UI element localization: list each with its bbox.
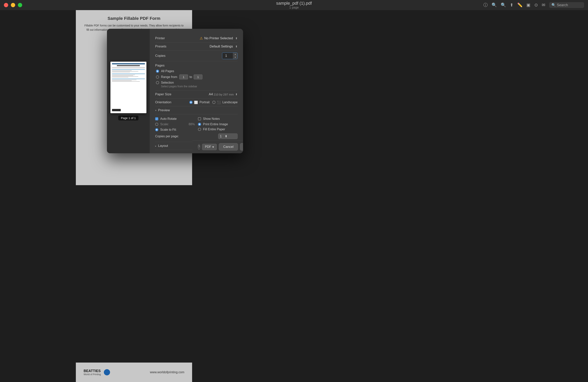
pdf-title: Sample Fillable PDF Form	[84, 16, 184, 21]
portrait-icon: ⬜	[194, 101, 198, 104]
cancel-button[interactable]: Cancel	[219, 143, 238, 150]
orientation-row: Orientation ⬜ Portrait ⬛ Landscape	[155, 98, 238, 106]
sidebar-icon[interactable]: ▣	[526, 2, 530, 8]
preview-panel: Page 1 of 1	[107, 29, 150, 153]
scale-row: Scale: 88%	[155, 123, 195, 126]
preview-chevron-icon	[155, 109, 157, 112]
range-radio[interactable]	[156, 75, 159, 79]
print-button[interactable]: Print	[240, 143, 243, 150]
printer-row: Printer ⚠ No Printer Selected ⬍	[155, 34, 238, 42]
scale-value: 88%	[189, 123, 195, 126]
selection-radio[interactable]	[156, 81, 159, 84]
paper-size-chevron-icon: ⬍	[235, 93, 238, 96]
show-notes-row[interactable]: Show Notes	[198, 117, 238, 121]
copies-stepper[interactable]: ▲ ▼	[233, 53, 237, 59]
window-title: sample_pdf (1).pdf 1 page	[276, 1, 312, 9]
more-icon[interactable]: ✉	[542, 2, 545, 8]
company-sub: World of Printing	[84, 373, 101, 376]
copies-row: Copies ▲ ▼	[155, 51, 238, 61]
scale-label: Scale:	[160, 123, 169, 126]
controls-panel: Printer ⚠ No Printer Selected ⬍ Presets …	[150, 29, 243, 153]
landscape-radio[interactable]	[212, 101, 215, 104]
all-pages-option[interactable]: All Pages	[156, 69, 238, 73]
fill-entire-paper-radio[interactable]	[198, 128, 201, 131]
orientation-label: Orientation	[155, 100, 171, 104]
portrait-label: Portrait	[200, 101, 210, 104]
maximize-button[interactable]	[18, 3, 22, 7]
range-inputs: to	[179, 74, 202, 79]
printer-value: No Printer Selected	[204, 36, 233, 40]
paper-size-label: Paper Size	[155, 92, 171, 96]
redact-icon[interactable]: ⊙	[534, 2, 538, 8]
auto-rotate-checkbox[interactable]	[155, 117, 158, 120]
auto-rotate-row[interactable]: Auto Rotate	[155, 117, 195, 121]
company-url: www.worldofprinting.com	[150, 371, 184, 374]
range-label: Range from	[161, 75, 177, 79]
print-dialog: Page 1 of 1 Printer ⚠ No Printer Selecte…	[107, 29, 243, 153]
orientation-options: ⬜ Portrait ⬛ Landscape	[189, 101, 238, 104]
scale-to-fit-label: Scale to Fit:	[160, 128, 177, 131]
presets-value-wrap[interactable]: Default Settings ⬍	[210, 44, 238, 48]
range-option[interactable]: Range from to	[156, 74, 238, 79]
copies-per-page-dropdown[interactable]: 1 ⬍	[218, 133, 238, 139]
print-entire-image-row[interactable]: Print Entire Image	[198, 123, 238, 126]
copies-decrement-button[interactable]: ▼	[233, 56, 237, 59]
share-icon[interactable]: ⬆	[510, 2, 513, 8]
search-icon: 🔍	[551, 3, 556, 7]
portrait-radio[interactable]	[189, 101, 192, 104]
selection-sub: Select pages from the sidebar	[161, 85, 238, 88]
help-button[interactable]: ?	[198, 144, 200, 149]
filename-label: sample_pdf (1).pdf	[276, 1, 312, 6]
landscape-option[interactable]: ⬛ Landscape	[212, 101, 238, 104]
print-entire-image-label: Print Entire Image	[203, 123, 228, 126]
fill-entire-paper-row[interactable]: Fill Entire Paper	[198, 127, 238, 131]
copies-input[interactable]	[222, 53, 233, 59]
pages-radio-group: All Pages Range from to	[155, 69, 238, 88]
range-to-label: to	[189, 75, 192, 79]
info-icon[interactable]: ⓘ	[483, 2, 488, 8]
landscape-label: Landscape	[222, 101, 238, 104]
printer-value-wrap[interactable]: ⚠ No Printer Selected ⬍	[200, 36, 238, 41]
zoom-out-icon[interactable]: 🔍	[492, 2, 497, 8]
preview-col2: Show Notes Print Entire Image Fill Entir…	[198, 117, 238, 131]
printer-label: Printer	[155, 36, 165, 40]
preview-section-label: Preview	[158, 108, 170, 112]
printer-chevron-icon: ⬍	[235, 37, 238, 40]
close-button[interactable]	[4, 3, 8, 7]
layout-chevron-icon	[155, 145, 157, 148]
zoom-in-icon[interactable]: 🔍	[501, 2, 506, 8]
copies-input-wrap[interactable]: ▲ ▼	[222, 53, 238, 59]
copies-per-page-label: Copies per page:	[155, 135, 179, 138]
preview-collapsible-header[interactable]: Preview	[155, 106, 238, 114]
paper-size-name: A4	[209, 92, 213, 96]
show-notes-checkbox[interactable]	[198, 117, 201, 120]
paper-size-value-wrap[interactable]: A4 210 by 297 mm ⬍	[209, 92, 238, 96]
scale-to-fit-row[interactable]: Scale to Fit:	[155, 128, 195, 131]
all-pages-radio[interactable]	[156, 70, 159, 73]
all-pages-label: All Pages	[161, 69, 174, 73]
annotate-icon[interactable]: ✏️	[517, 2, 523, 8]
copies-increment-button[interactable]: ▲	[233, 53, 237, 56]
copies-label: Copies	[155, 54, 166, 58]
minimize-button[interactable]	[11, 3, 15, 7]
preview-grid: Auto Rotate Scale: 88% Scale to Fit:	[155, 117, 238, 131]
range-from-input[interactable]	[179, 74, 188, 79]
pdf-button[interactable]: PDF ▾	[202, 144, 217, 150]
preview-section-content: Auto Rotate Scale: 88% Scale to Fit:	[155, 114, 238, 142]
print-entire-image-radio[interactable]	[198, 123, 201, 126]
search-box[interactable]: 🔍 Search	[549, 2, 584, 8]
scale-radio[interactable]	[155, 123, 158, 126]
copies-per-page-value: 1	[220, 135, 222, 138]
range-to-input[interactable]	[194, 74, 202, 79]
page-preview	[110, 62, 147, 113]
cpp-chevron-icon: ⬍	[225, 134, 227, 138]
selection-option[interactable]: Selection Select pages from the sidebar	[156, 81, 238, 88]
pdf-dropdown-chevron-icon: ▾	[212, 145, 214, 149]
copies-per-page-row: Copies per page: 1 ⬍	[155, 133, 238, 139]
presets-chevron-icon: ⬍	[235, 45, 238, 48]
presets-value: Default Settings	[210, 44, 233, 48]
scale-to-fit-radio[interactable]	[155, 128, 158, 131]
portrait-option[interactable]: ⬜ Portrait	[189, 101, 210, 104]
titlebar: sample_pdf (1).pdf 1 page ⓘ 🔍 🔍 ⬆ ✏️ ▣ ⊙…	[0, 0, 588, 10]
preview-content	[110, 62, 147, 113]
